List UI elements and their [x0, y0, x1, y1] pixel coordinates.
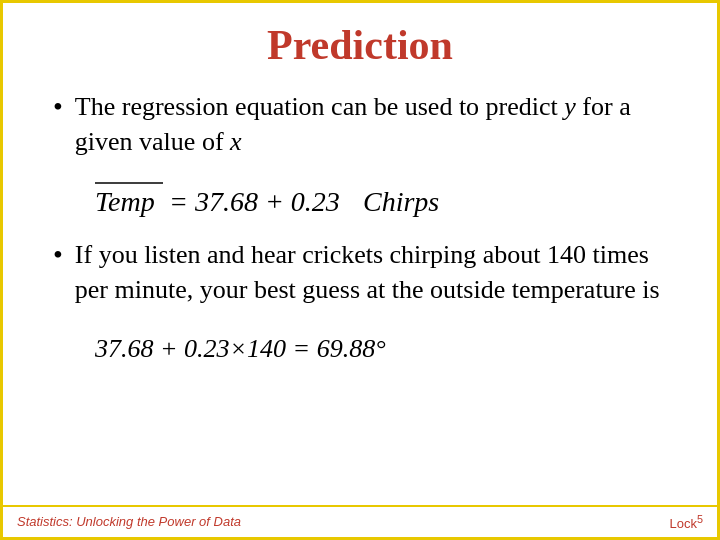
content-area: • The regression equation can be used to… [3, 79, 717, 505]
bullet-text-2: If you listen and hear crickets chirping… [75, 237, 667, 307]
slide: Prediction • The regression equation can… [0, 0, 720, 540]
svg-text:Temp: Temp [95, 186, 155, 217]
title-area: Prediction [3, 3, 717, 79]
formula-2-svg: 37.68 + 0.23×140 = 69.88° [95, 325, 495, 367]
formula-2-block: 37.68 + 0.23×140 = 69.88° [95, 325, 667, 367]
footer-left-text: Statistics: Unlocking the Power of Data [17, 514, 241, 529]
footer: Statistics: Unlocking the Power of Data … [3, 505, 717, 537]
bullet-dot-1: • [53, 91, 63, 123]
bullet-item-2: • If you listen and hear crickets chirpi… [53, 237, 667, 307]
footer-right-text: Lock5 [670, 513, 704, 531]
bullet-text-1: The regression equation can be used to p… [75, 89, 667, 159]
svg-text:Chirps: Chirps [363, 186, 439, 217]
slide-title: Prediction [43, 21, 677, 69]
bullet-dot-2: • [53, 239, 63, 271]
svg-text:= 37.68 + 0.23: = 37.68 + 0.23 [169, 186, 340, 217]
svg-text:37.68 + 0.23×140 = 69.88°: 37.68 + 0.23×140 = 69.88° [95, 334, 386, 363]
formula-1-block: Temp = 37.68 + 0.23 Chirps [95, 177, 667, 223]
bullet-item-1: • The regression equation can be used to… [53, 89, 667, 159]
formula-1-svg: Temp = 37.68 + 0.23 Chirps [95, 177, 465, 223]
